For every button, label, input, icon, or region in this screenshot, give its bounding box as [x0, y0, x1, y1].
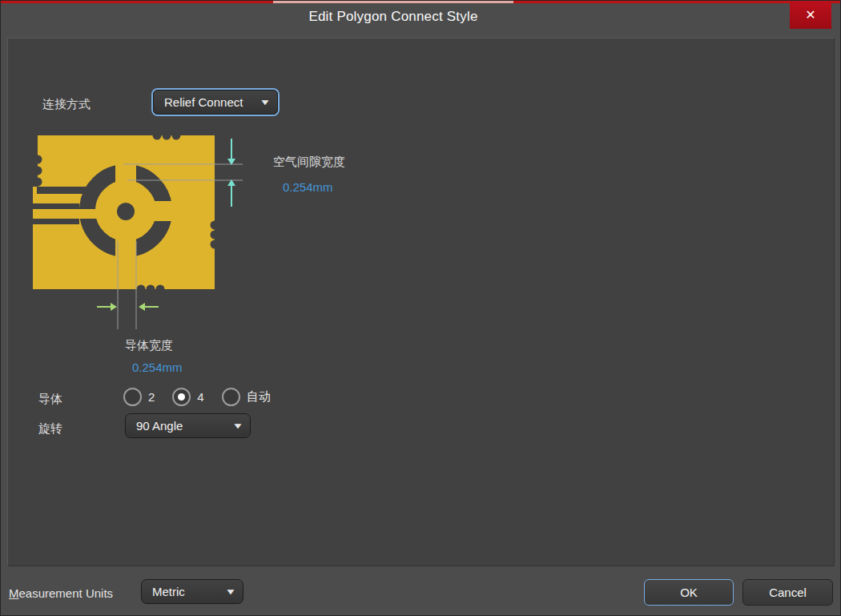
radio-conductors-auto-label: 自动 [247, 389, 271, 405]
rotation-dropdown[interactable]: 90 Angle ▼ [125, 413, 251, 438]
radio-conductors-auto[interactable] [222, 388, 240, 406]
window-top-accent-highlight [273, 1, 513, 3]
air-gap-value: 0.254mm [283, 180, 333, 194]
edit-polygon-connect-style-dialog: Edit Polygon Connect Style ✕ 连接方式 Relief… [0, 0, 841, 616]
connect-style-label: 连接方式 [42, 97, 91, 112]
connect-style-dropdown[interactable]: Relief Connect ▼ [153, 90, 278, 115]
dialog-title: Edit Polygon Connect Style [1, 9, 786, 25]
radio-conductors-2-label: 2 [148, 390, 155, 404]
measurement-units-label: Measurement Units [9, 586, 113, 600]
pad-hole [117, 203, 135, 220]
air-gap-arrows [227, 139, 235, 207]
radio-conductors-2[interactable] [123, 388, 142, 406]
rotation-label: 旋转 [38, 421, 62, 437]
close-button[interactable]: ✕ [790, 1, 831, 29]
air-gap-label: 空气间隙宽度 [273, 155, 345, 170]
conductor-width-label: 导体宽度 [125, 338, 173, 353]
measurement-units-dropdown[interactable]: Metric ▼ [141, 579, 243, 604]
chevron-down-icon: ▼ [232, 421, 244, 430]
chevron-down-icon: ▼ [260, 98, 272, 107]
ok-button[interactable]: OK [644, 579, 734, 606]
chevron-down-icon: ▼ [225, 587, 237, 596]
connect-style-value: Relief Connect [164, 95, 243, 109]
radio-conductors-4[interactable] [172, 388, 191, 406]
measurement-units-value: Metric [152, 585, 185, 598]
cancel-button[interactable]: Cancel [742, 579, 833, 606]
conductor-width-value: 0.254mm [132, 360, 183, 374]
close-icon: ✕ [805, 9, 815, 22]
conductors-label: 导体 [38, 392, 62, 407]
conductor-width-arrows [97, 303, 159, 311]
titlebar: Edit Polygon Connect Style [1, 1, 841, 38]
radio-conductors-4-label: 4 [197, 390, 203, 404]
rotation-value: 90 Angle [136, 419, 183, 433]
polygon-connect-preview [33, 129, 246, 334]
conductors-radio-group: 2 4 自动 [123, 388, 271, 406]
